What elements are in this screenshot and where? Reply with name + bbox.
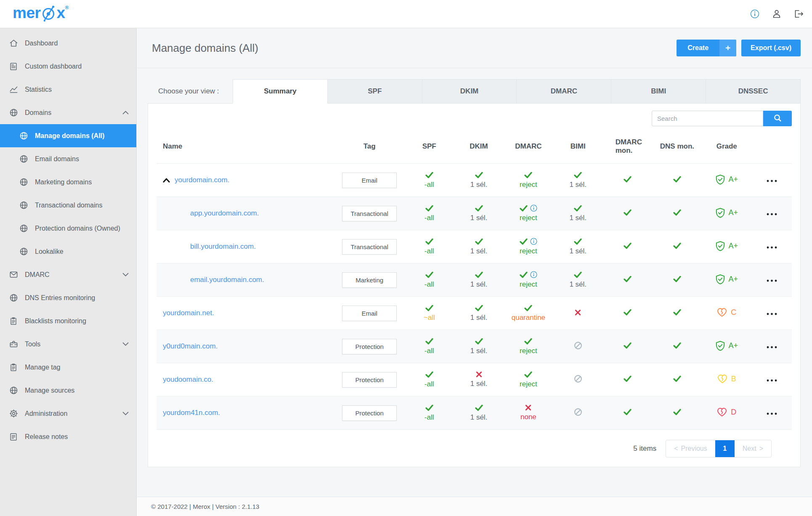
dns-mon-cell bbox=[653, 164, 702, 197]
export-csv-button[interactable]: Export (.csv) bbox=[741, 40, 801, 56]
collapse-caret-icon[interactable] bbox=[163, 178, 170, 183]
pagination-page-1[interactable]: 1 bbox=[715, 440, 735, 457]
domain-link[interactable]: y0urd0main.com. bbox=[163, 342, 218, 350]
domain-link[interactable]: yourdom41n.com. bbox=[163, 409, 220, 417]
tab-summary[interactable]: Summary bbox=[233, 79, 328, 104]
name-cell: email.yourdomain.com. bbox=[157, 263, 334, 297]
tab-dmarc[interactable]: DMARC bbox=[516, 79, 611, 104]
tag-cell: Email bbox=[334, 164, 404, 197]
sidebar-item-protection-domains-owned[interactable]: Protection domains (Owned) bbox=[0, 217, 136, 240]
grade-cell: D bbox=[702, 396, 751, 430]
sidebar-item-lookalike[interactable]: Lookalike bbox=[0, 240, 136, 263]
logo-text-left: mer bbox=[13, 4, 40, 22]
pagination-next[interactable]: Next > bbox=[735, 440, 771, 457]
sidebar-item-blacklists-monitoring[interactable]: Blacklists monitoring bbox=[0, 309, 136, 332]
info-icon[interactable] bbox=[530, 271, 537, 278]
actions-cell bbox=[751, 396, 792, 430]
bimi-cell bbox=[553, 363, 603, 396]
sidebar-item-custom-dashboard[interactable]: Custom dashboard bbox=[0, 55, 136, 78]
sidebar-item-tools[interactable]: Tools bbox=[0, 332, 136, 356]
info-icon[interactable] bbox=[530, 205, 537, 212]
grade-cell: A+ bbox=[702, 230, 751, 263]
info-icon[interactable] bbox=[530, 238, 537, 245]
table-row: app.yourdomain.com.Transactional-all1 sé… bbox=[157, 197, 792, 230]
domain-link[interactable]: app.yourdomain.com. bbox=[190, 209, 259, 217]
row-actions-button[interactable] bbox=[767, 412, 777, 415]
row-actions-button[interactable] bbox=[767, 313, 777, 315]
grade-cell: C bbox=[702, 297, 751, 330]
sidebar-item-marketing-domains[interactable]: Marketing domains bbox=[0, 170, 136, 194]
search-button[interactable] bbox=[763, 111, 792, 126]
domains-table: NameTagSPFDKIMDMARCBIMIDMARC mon.DNS mon… bbox=[157, 131, 792, 430]
table-row: yourdomain.net.Email~all1 sél.quarantine… bbox=[157, 297, 792, 330]
tag-badge: Transactional bbox=[342, 239, 397, 255]
row-actions-button[interactable] bbox=[767, 379, 777, 382]
spf-value: -all bbox=[425, 347, 434, 355]
sidebar-item-manage-sources[interactable]: Manage sources bbox=[0, 379, 136, 402]
row-actions-button[interactable] bbox=[767, 180, 777, 182]
dns-mon-cell bbox=[653, 197, 702, 230]
sidebar-item-release-notes[interactable]: Release notes bbox=[0, 425, 136, 448]
spf-cell: -all bbox=[404, 230, 454, 263]
chevron-down-icon bbox=[122, 342, 129, 346]
search-input[interactable] bbox=[652, 111, 763, 126]
sidebar-item-manage-tag[interactable]: Manage tag bbox=[0, 356, 136, 379]
sidebar-item-dmarc[interactable]: DMARC bbox=[0, 263, 136, 286]
merox-logo[interactable]: mer x ® bbox=[13, 4, 69, 24]
sidebar-item-dns-entries-monitoring[interactable]: DNS Entries monitoring bbox=[0, 286, 136, 309]
logout-icon[interactable] bbox=[793, 9, 804, 19]
chevron-left-icon: < bbox=[674, 445, 678, 452]
sidebar-item-transactional-domains[interactable]: Transactional domains bbox=[0, 194, 136, 217]
notes-icon bbox=[8, 432, 19, 442]
registered-mark: ® bbox=[65, 5, 69, 11]
content-area: Choose your view : SummarySPFDKIMDMARCBI… bbox=[137, 68, 812, 467]
tab-dnssec[interactable]: DNSSEC bbox=[706, 79, 801, 104]
create-button[interactable]: Create + bbox=[677, 40, 736, 56]
row-actions-button[interactable] bbox=[767, 279, 777, 282]
check-icon bbox=[425, 305, 433, 311]
tag-cell: Email bbox=[334, 297, 404, 330]
sidebar-item-manage-domains-all[interactable]: Manage domains (All) bbox=[0, 124, 136, 147]
actions-cell bbox=[751, 197, 792, 230]
tag-badge: Email bbox=[342, 306, 397, 321]
chevron-right-icon: > bbox=[759, 445, 763, 452]
sidebar-item-domains[interactable]: Domains bbox=[0, 101, 136, 124]
column-header-tag: Tag bbox=[334, 131, 404, 164]
sidebar-item-email-domains[interactable]: Email domains bbox=[0, 147, 136, 170]
table-row: y0urd0main.com.Protection-all1 sél.rejec… bbox=[157, 330, 792, 363]
name-cell: yourdomain.com. bbox=[157, 164, 334, 197]
title-bar: Manage domains (All) Create + Export (.c… bbox=[137, 28, 812, 68]
dkim-value: 1 sél. bbox=[470, 214, 488, 222]
info-icon[interactable] bbox=[750, 9, 760, 19]
domain-link[interactable]: yourdomain.com. bbox=[175, 176, 229, 184]
domain-link[interactable]: youdoomain.co. bbox=[163, 375, 213, 383]
dmarc-cell: reject bbox=[504, 164, 553, 197]
sidebar-item-administration[interactable]: Administration bbox=[0, 402, 136, 425]
row-actions-button[interactable] bbox=[767, 346, 777, 348]
row-actions-button[interactable] bbox=[767, 246, 777, 249]
tab-dkim[interactable]: DKIM bbox=[422, 79, 517, 104]
tab-bimi[interactable]: BIMI bbox=[611, 79, 706, 104]
dns-mon-cell bbox=[653, 230, 702, 263]
pagination-previous[interactable]: < Previous bbox=[666, 440, 715, 457]
check-icon bbox=[624, 342, 632, 349]
dmarc-value: reject bbox=[520, 214, 537, 222]
dmarc-mon-cell bbox=[603, 330, 653, 363]
sidebar-item-statistics[interactable]: Statistics bbox=[0, 78, 136, 101]
table-row: yourdomain.com.Email-all1 sél.reject1 sé… bbox=[157, 164, 792, 197]
sidebar-item-dashboard[interactable]: Dashboard bbox=[0, 32, 136, 55]
domain-link[interactable]: bill.yourdomain.com. bbox=[190, 242, 256, 250]
user-icon[interactable] bbox=[772, 9, 782, 19]
cross-icon bbox=[525, 404, 531, 411]
bimi-cell: 1 sél. bbox=[553, 197, 603, 230]
tag-cell: Transactional bbox=[334, 197, 404, 230]
tab-spf[interactable]: SPF bbox=[327, 79, 422, 104]
row-actions-button[interactable] bbox=[767, 213, 777, 215]
check-icon bbox=[673, 176, 681, 183]
dkim-value: 1 sél. bbox=[470, 314, 488, 322]
heart-icon bbox=[717, 407, 727, 417]
domain-link[interactable]: email.yourdomain.com. bbox=[190, 276, 264, 284]
grade-letter: C bbox=[731, 308, 736, 317]
table-footer: 5 items < Previous 1 Next > bbox=[157, 440, 792, 457]
domain-link[interactable]: yourdomain.net. bbox=[163, 309, 214, 317]
